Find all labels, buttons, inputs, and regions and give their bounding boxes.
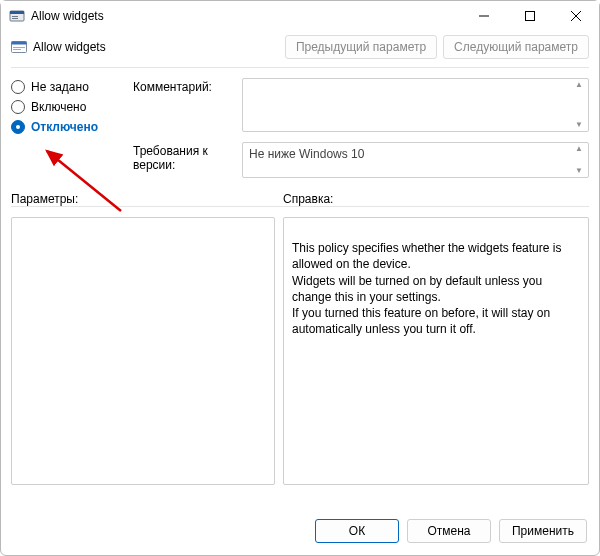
- cancel-button[interactable]: Отмена: [407, 519, 491, 543]
- divider: [11, 67, 589, 68]
- svg-rect-6: [12, 42, 27, 45]
- policy-title: Allow widgets: [33, 40, 106, 54]
- svg-rect-7: [13, 47, 25, 48]
- close-button[interactable]: [553, 1, 599, 31]
- policy-setting-icon: [11, 39, 27, 55]
- chevron-up-icon[interactable]: ▲: [572, 81, 586, 89]
- radio-icon: [11, 80, 25, 94]
- scroll-arrows: ▲ ▼: [572, 145, 586, 175]
- help-label: Справка:: [283, 192, 589, 206]
- radio-label: Включено: [31, 100, 86, 114]
- radio-icon: [11, 120, 25, 134]
- svg-rect-4: [526, 12, 535, 21]
- radio-not-configured[interactable]: Не задано: [11, 80, 129, 94]
- chevron-down-icon[interactable]: ▼: [572, 167, 586, 175]
- supported-field: Не ниже Windows 10 ▲ ▼: [242, 142, 589, 178]
- maximize-button[interactable]: [507, 1, 553, 31]
- chevron-down-icon[interactable]: ▼: [572, 121, 586, 129]
- state-radio-group: Не задано Включено Отключено: [11, 78, 129, 134]
- svg-rect-3: [12, 18, 18, 19]
- svg-rect-8: [13, 49, 21, 50]
- scroll-arrows: ▲ ▼: [572, 81, 586, 129]
- previous-setting-button[interactable]: Предыдущий параметр: [285, 35, 437, 59]
- ok-button[interactable]: ОК: [315, 519, 399, 543]
- svg-rect-2: [12, 16, 18, 17]
- radio-enabled[interactable]: Включено: [11, 100, 129, 114]
- radio-icon: [11, 100, 25, 114]
- radio-label: Отключено: [31, 120, 98, 134]
- supported-label: Требования к версии:: [133, 142, 238, 178]
- options-panel: [11, 217, 275, 485]
- section-labels: Параметры: Справка:: [1, 192, 599, 206]
- dialog-window: Allow widgets Allow widgets Предыдущий п…: [0, 0, 600, 556]
- svg-rect-1: [10, 11, 24, 14]
- apply-button[interactable]: Применить: [499, 519, 587, 543]
- divider: [11, 206, 589, 207]
- lower-section: This policy specifies whether the widget…: [1, 213, 599, 509]
- next-setting-button[interactable]: Следующий параметр: [443, 35, 589, 59]
- radio-disabled[interactable]: Отключено: [11, 120, 129, 134]
- header-row: Allow widgets Предыдущий параметр Следую…: [1, 31, 599, 67]
- comment-field[interactable]: ▲ ▼: [242, 78, 589, 132]
- titlebar: Allow widgets: [1, 1, 599, 31]
- gpedit-app-icon: [9, 8, 25, 24]
- help-panel: This policy specifies whether the widget…: [283, 217, 589, 485]
- comment-label: Комментарий:: [133, 78, 238, 134]
- chevron-up-icon[interactable]: ▲: [572, 145, 586, 153]
- radio-label: Не задано: [31, 80, 89, 94]
- supported-value: Не ниже Windows 10: [249, 147, 364, 161]
- window-title: Allow widgets: [31, 9, 104, 23]
- options-label: Параметры:: [11, 192, 275, 206]
- upper-section: Не задано Включено Отключено Комментарий…: [1, 74, 599, 178]
- help-text: This policy specifies whether the widget…: [292, 241, 561, 336]
- footer-buttons: ОК Отмена Применить: [1, 509, 599, 555]
- minimize-button[interactable]: [461, 1, 507, 31]
